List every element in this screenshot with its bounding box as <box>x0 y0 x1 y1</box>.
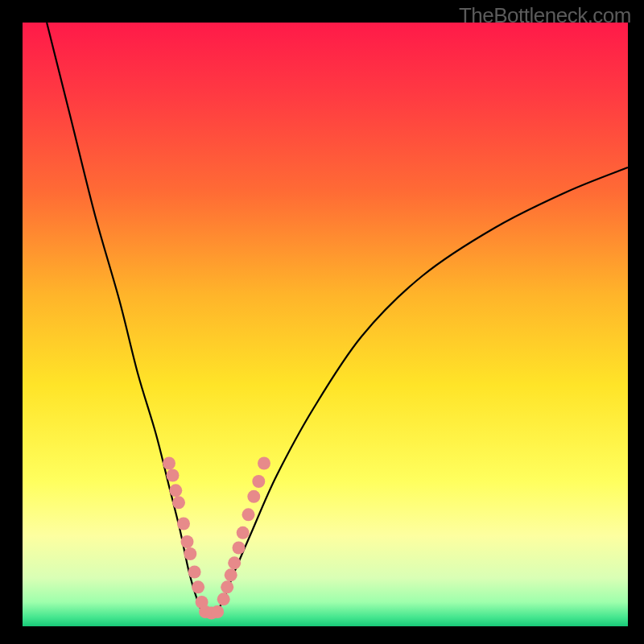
chart-svg <box>23 23 628 626</box>
marker-dot <box>221 580 233 593</box>
marker-dot <box>217 592 230 605</box>
marker-dot <box>225 568 237 581</box>
marker-dot <box>247 490 260 503</box>
marker-dot <box>258 457 270 470</box>
plot-area <box>23 23 628 626</box>
marker-dot <box>169 484 182 497</box>
marker-dot <box>184 547 196 560</box>
marker-dot <box>172 496 185 509</box>
marker-dot <box>167 469 180 482</box>
marker-dot <box>237 526 250 539</box>
outer-black-frame: TheBottleneck.com <box>0 0 644 644</box>
marker-dot <box>192 580 204 593</box>
marker-dot <box>242 508 255 521</box>
marker-dot <box>188 566 201 579</box>
data-markers <box>163 457 270 620</box>
marker-dot <box>177 518 190 530</box>
bottleneck-curve <box>47 23 628 616</box>
marker-dot <box>211 605 224 618</box>
marker-dot <box>252 475 265 488</box>
marker-dot <box>233 542 246 555</box>
marker-dot <box>228 556 241 569</box>
marker-dot <box>163 457 175 470</box>
marker-dot <box>181 535 194 548</box>
